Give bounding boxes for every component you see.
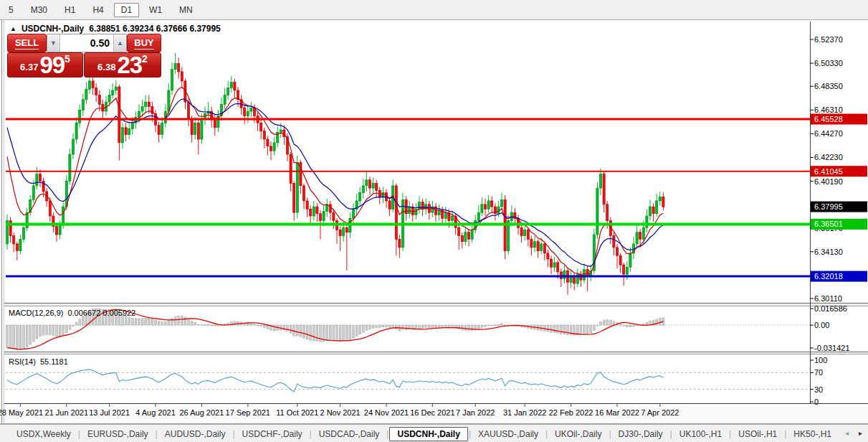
tab-separator: |: [78, 429, 80, 439]
symbol-tab-HK50-H1[interactable]: HK50-,H1: [787, 427, 838, 441]
rsi-scale-label: 70: [814, 368, 823, 377]
symbol-tab-USDCNH-Daily[interactable]: USDCNH-,Daily: [389, 427, 467, 441]
rsi-name: RSI(14): [9, 357, 36, 366]
level-price-badge-text: 6.32018: [814, 272, 843, 281]
pane-separator: [4, 304, 868, 306]
macd-values: 0.006672 0.005922: [67, 309, 135, 317]
terminal-window: 5M30H1H4D1W1MN 6.523706.503306.483506.46…: [0, 0, 868, 442]
tab-separator: |: [386, 429, 388, 439]
tab-separator: |: [609, 429, 611, 439]
macd-indicator-label: MACD(12,26,9) 0.006672 0.005922: [9, 309, 135, 317]
symbol-tab-USDCAD-Daily[interactable]: USDCAD-,Daily: [313, 427, 386, 441]
date-label: 11 Oct 2021: [276, 408, 318, 417]
tab-separator: |: [729, 429, 731, 439]
level-price-badge-text: 6.36501: [814, 220, 843, 228]
symbol-tab-USDCHF-Daily[interactable]: USDCHF-,Daily: [236, 427, 309, 441]
symbol-tab-bar: USDX,Weekly|EURUSD-,Daily|AUDUSD-,Daily|…: [0, 424, 868, 442]
level-price-badge-text: 6.45528: [814, 115, 843, 123]
current-price-badge-text: 6.37995: [814, 202, 843, 211]
price-axis-label: 6.30110: [814, 294, 842, 303]
one-click-trade-panel: SELL ▼ 0.50 ▲ BUY 6.37 99 5 6.38 23 2: [7, 34, 160, 75]
price-axis-label: 6.44270: [814, 129, 843, 138]
bid-price-box[interactable]: 6.37 99 5: [7, 52, 83, 77]
rsi-scale-label: 0: [814, 398, 819, 406]
buy-button-label: BUY: [134, 37, 153, 50]
symbol-tab-UK100-H1[interactable]: UK100-,H1: [673, 427, 728, 441]
tab-separator: |: [310, 429, 312, 439]
price-axis-label: 6.46310: [814, 105, 843, 114]
date-label: 31 Jan 2022: [503, 408, 547, 417]
tab-separator: |: [545, 429, 548, 439]
ask-price-prefix: 6.38: [97, 59, 115, 76]
symbol-tab-XAUUSD-Daily[interactable]: XAUUSD-,Daily: [472, 427, 545, 441]
tab-separator: |: [232, 429, 234, 439]
symbol-tab-AUDUSD-Daily[interactable]: AUDUSD-,Daily: [158, 427, 232, 441]
date-label: 16 Mar 2022: [595, 408, 639, 417]
rsi-scale-label: 100: [814, 356, 827, 365]
symbol-tab-EURUSD-Daily[interactable]: EURUSD-,Daily: [81, 427, 155, 441]
bid-price-big: 99: [39, 55, 65, 76]
buy-button[interactable]: BUY: [127, 34, 161, 52]
tab-scroll-right-icon[interactable]: ▸: [859, 429, 862, 437]
chart-ohlc-values: 6.38851 6.39234 6.37666 6.37995: [89, 24, 221, 34]
date-label: 22 Feb 2022: [549, 408, 593, 417]
price-axis-label: 6.34130: [814, 248, 843, 256]
rsi-scale-label: 30: [814, 385, 823, 394]
chart-title-bar: ▲ USDCNH-,Daily 6.38851 6.39234 6.37666 …: [10, 24, 221, 34]
macd-scale-label: 0.016586: [814, 304, 847, 313]
macd-scale-label: -0.031421: [814, 344, 850, 352]
date-label: 7 Apr 2022: [641, 408, 679, 417]
tab-separator: |: [670, 429, 672, 439]
date-label: 13 Jul 2021: [89, 408, 130, 417]
tab-scroll-left-icon[interactable]: ◂: [845, 429, 849, 437]
volume-input[interactable]: 0.50: [60, 34, 113, 52]
symbol-tab-list: USDX,Weekly|EURUSD-,Daily|AUDUSD-,Daily|…: [0, 427, 838, 441]
price-axis-label: 6.48350: [814, 82, 843, 90]
volume-increase-button[interactable]: ▲: [113, 34, 126, 52]
date-label: 26 Aug 2021: [180, 408, 224, 417]
macd-name: MACD(12,26,9): [9, 309, 63, 317]
sell-button-label: SELL: [15, 37, 39, 50]
price-axis-label: 6.50330: [814, 59, 843, 67]
price-axis-label: 6.52370: [814, 35, 843, 44]
price-axis-label: 6.42230: [814, 153, 843, 161]
rsi-indicator-label: RSI(14) 55.1181: [9, 357, 68, 366]
bid-price-pip: 5: [65, 54, 70, 64]
symbol-tab-UKOil-Daily[interactable]: UKOil-,Daily: [548, 427, 608, 441]
symbol-tab-USOil-H1[interactable]: USOil-,H1: [732, 427, 783, 441]
symbol-tab-USDX-Weekly[interactable]: USDX,Weekly: [10, 427, 77, 441]
price-axis-label: 6.40190: [814, 177, 843, 186]
rsi-value: 55.1181: [40, 357, 68, 366]
bid-price-prefix: 6.37: [20, 59, 38, 76]
tab-separator: |: [156, 429, 158, 439]
date-label: 4 Aug 2021: [135, 408, 176, 417]
level-price-badge-text: 6.41045: [814, 167, 843, 176]
ask-price-big: 23: [117, 55, 142, 76]
volume-spinner: ▼ 0.50 ▲: [47, 34, 127, 52]
chart-symbol-title: USDCNH-,Daily: [22, 24, 84, 34]
tab-scroll-arrows: ◂ ▸: [845, 429, 862, 437]
date-label: 16 Dec 2021: [410, 408, 454, 417]
macd-scale-label: 0.00: [814, 321, 829, 329]
tab-separator: |: [469, 429, 471, 439]
symbol-tab-DJ30-Daily[interactable]: DJ30-,Daily: [612, 427, 669, 441]
collapse-panel-icon[interactable]: ▲: [10, 25, 16, 32]
tab-separator: |: [784, 429, 786, 439]
ask-price-pip: 2: [142, 54, 148, 64]
date-label: 17 Sep 2021: [226, 408, 270, 417]
volume-decrease-button[interactable]: ▼: [47, 34, 60, 52]
date-label: 28 May 2021: [0, 408, 43, 417]
date-label: 2 Nov 2021: [320, 408, 360, 417]
ask-price-box[interactable]: 6.38 23 2: [84, 52, 161, 77]
date-label: 7 Jan 2022: [456, 408, 495, 417]
date-label: 21 Jun 2021: [45, 408, 89, 417]
date-label: 24 Nov 2021: [364, 408, 409, 417]
sell-button[interactable]: SELL: [7, 34, 47, 52]
